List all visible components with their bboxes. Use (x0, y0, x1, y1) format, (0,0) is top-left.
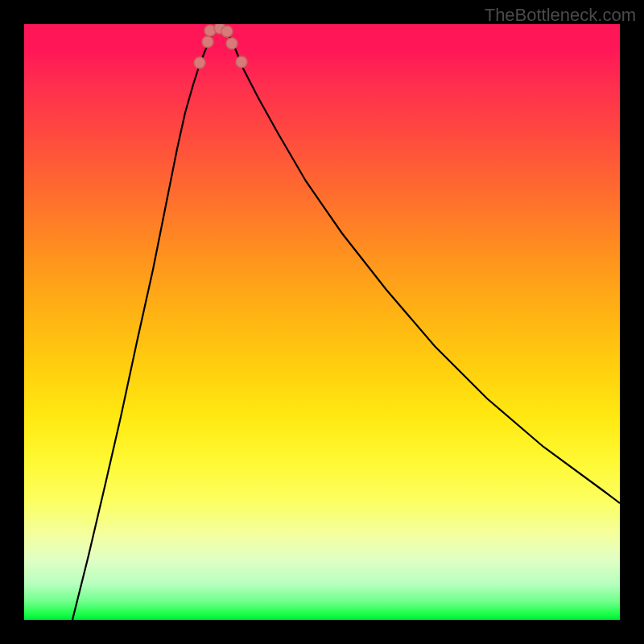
scatter-dot (221, 26, 233, 37)
curve-right (225, 28, 620, 503)
watermark-text: TheBottleneck.com (485, 5, 636, 26)
curve-left (72, 28, 214, 620)
scatter-dot (202, 36, 213, 47)
scatter-dot (226, 38, 237, 49)
chart-area (24, 24, 620, 620)
chart-svg (24, 24, 620, 620)
scatter-dot (194, 57, 205, 68)
scatter-dots (194, 24, 247, 68)
scatter-dot (236, 56, 247, 68)
